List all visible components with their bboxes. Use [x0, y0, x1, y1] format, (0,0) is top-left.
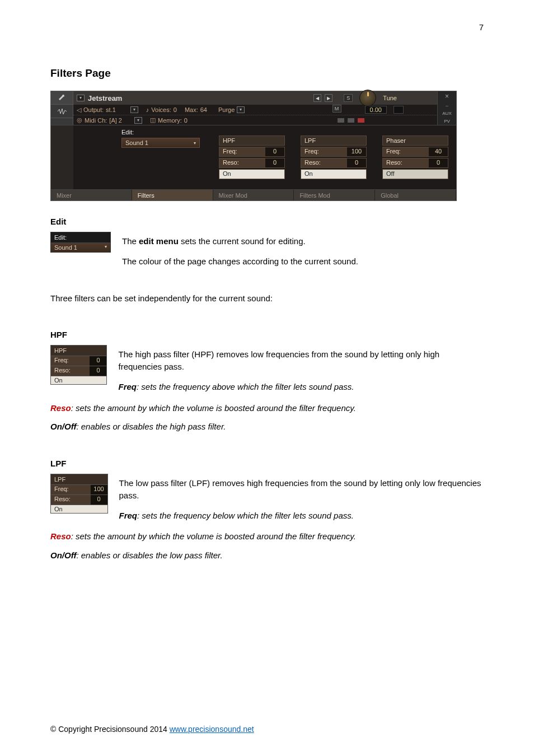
waveform-icon[interactable]	[51, 105, 73, 118]
dropdown-icon[interactable]: ▾	[134, 117, 142, 124]
lpf-freq-row[interactable]: Freq: 100	[301, 147, 367, 157]
phaser-reso-value[interactable]: 0	[429, 158, 448, 167]
prev-button[interactable]: ◀	[313, 94, 321, 102]
hpf-freq-row[interactable]: Freq: 0	[219, 147, 285, 157]
header-main: ▾ Jetstream ◀ ▶ S Tune ◁ Output: st.1 ▾	[73, 91, 437, 125]
lpf-freq-label: Freq:	[301, 147, 347, 156]
mute-button[interactable]: M	[332, 105, 341, 113]
tune-value[interactable]: 0.00	[365, 106, 387, 114]
mini-lpf-panel: LPF Freq: 100 Reso: 0 On	[50, 474, 108, 514]
body-main: Edit: Sound 1 ▾ Sound 1 HPF Freq: 0 Reso…	[73, 125, 456, 189]
mini-hpf-reso-value[interactable]: 0	[90, 366, 106, 376]
onoff-label: On/Off	[50, 422, 76, 431]
mini-hpf-reso-row[interactable]: Reso: 0	[51, 366, 106, 376]
lpf-text-block: The low pass filter (LPF) removes high f…	[119, 474, 484, 525]
phaser-state-label: Off	[383, 170, 448, 179]
phaser-freq-label: Freq:	[383, 147, 429, 156]
mini-lpf-freq-row[interactable]: Freq: 100	[51, 485, 107, 495]
hpf-reso-label: Reso:	[219, 158, 265, 167]
phaser-state-toggle[interactable]: Off	[382, 169, 448, 179]
memory-value: 0	[184, 117, 188, 124]
hpf-freq-text: : sets the frequency above which the fil…	[137, 382, 354, 391]
three-filters-text: Three filters can be set independently f…	[50, 292, 484, 305]
lpf-state-toggle[interactable]: On	[301, 169, 367, 179]
panel-body: Edit: Sound 1 ▾ Sound 1 HPF Freq: 0 Reso…	[51, 125, 456, 189]
mini-hpf-freq-value[interactable]: 0	[90, 356, 106, 366]
lpf-heading: LPF	[50, 459, 484, 468]
phaser-freq-value[interactable]: 40	[429, 147, 448, 156]
tab-filters[interactable]: Filters	[132, 190, 213, 200]
phaser-freq-row[interactable]: Freq: 40	[382, 147, 448, 157]
next-button[interactable]: ▶	[325, 94, 332, 102]
dropdown-icon[interactable]: ▾	[77, 95, 85, 101]
edit-text-block: The edit menu sets the current sound for…	[122, 232, 358, 271]
wrench-icon[interactable]	[51, 91, 73, 105]
tabs-row: Mixer Filters Mixer Mod Filters Mod Glob…	[51, 189, 456, 200]
snapshot-icon[interactable]	[394, 106, 404, 114]
minimize-icon[interactable]: –	[446, 103, 448, 108]
body-left-spacer	[51, 125, 73, 189]
tab-global[interactable]: Global	[375, 190, 456, 200]
edit-colour-text: The colour of the page changes according…	[122, 255, 358, 268]
mini-lpf-title: LPF	[51, 474, 107, 485]
copyright-text: © Copyright Precisionsound 2014	[50, 725, 170, 734]
mini-lpf-reso-row[interactable]: Reso: 0	[51, 495, 107, 505]
mini-lpf-reso-label: Reso:	[51, 495, 91, 505]
sound-dropdown[interactable]: Sound 1 ▾	[121, 138, 200, 148]
edit-menu-bold: edit menu	[139, 236, 179, 246]
lpf-onoff-text: : enables or disables the low pass filte…	[76, 550, 222, 560]
mini-hpf-reso-label: Reso:	[51, 366, 90, 376]
mini-edit-dropdown[interactable]: Sound 1 ▾	[51, 242, 110, 252]
hpf-freq-label: Freq:	[219, 147, 265, 156]
edit-label: Edit:	[121, 129, 451, 136]
close-icon[interactable]: ×	[445, 92, 449, 100]
mini-edit-label: Edit:	[51, 232, 110, 242]
phaser-title: Phaser	[382, 136, 448, 146]
reso-text: : sets the amount by which the volume is…	[71, 403, 356, 413]
dropdown-icon[interactable]: ▾	[130, 106, 138, 113]
mini-edit-panel: Edit: Sound 1 ▾	[50, 232, 111, 253]
lpf-reso-value[interactable]: 0	[347, 158, 366, 167]
lpf-reso-row[interactable]: Reso: 0	[301, 158, 367, 168]
phaser-reso-row[interactable]: Reso: 0	[382, 158, 448, 168]
hpf-heading: HPF	[50, 330, 484, 339]
solo-button[interactable]: S	[344, 94, 353, 102]
lpf-freq-value[interactable]: 100	[347, 147, 366, 156]
aux-label[interactable]: AUX	[442, 111, 451, 116]
memory-label: Memory:	[158, 117, 182, 124]
mini-lpf-state[interactable]: On	[51, 505, 107, 513]
tab-filters-mod[interactable]: Filters Mod	[294, 190, 375, 200]
tab-mixer[interactable]: Mixer	[51, 190, 132, 200]
phaser-reso-label: Reso:	[383, 158, 429, 167]
hpf-column: HPF Freq: 0 Reso: 0 On	[219, 136, 285, 179]
hpf-onoff-text: : enables or disables the high pass filt…	[76, 422, 226, 431]
lpf-title: LPF	[301, 136, 367, 146]
hpf-reso-row[interactable]: Reso: 0	[219, 158, 285, 168]
freq-label: Freq	[119, 511, 138, 520]
tab-mixer-mod[interactable]: Mixer Mod	[213, 190, 294, 200]
footer-link[interactable]: www.precisionsound.net	[170, 725, 254, 734]
pv-label[interactable]: PV	[444, 119, 450, 124]
sound-value: Sound 1	[125, 139, 148, 146]
mini-edit-value: Sound 1	[54, 244, 77, 251]
midi-value[interactable]: [A] 2	[109, 117, 122, 124]
output-value[interactable]: st.1	[106, 106, 116, 113]
freq-label: Freq	[118, 382, 137, 391]
mini-hpf-freq-row[interactable]: Freq: 0	[51, 356, 106, 366]
hpf-state-toggle[interactable]: On	[219, 169, 285, 179]
title-row: ▾ Jetstream ◀ ▶ S Tune	[73, 91, 437, 105]
voices-value: 0	[174, 106, 177, 113]
hpf-freq-value[interactable]: 0	[265, 147, 284, 156]
mini-hpf-title: HPF	[51, 346, 106, 356]
max-value[interactable]: 64	[200, 106, 207, 113]
dropdown-icon[interactable]: ▾	[237, 106, 245, 113]
mini-hpf-state[interactable]: On	[51, 376, 106, 384]
lpf-freq-text: : sets the frequency below which the fil…	[137, 511, 354, 520]
midi-row: ◎ Midi Ch: [A] 2 ▾ ◫ Memory: 0	[73, 115, 437, 125]
hpf-reso-value[interactable]: 0	[265, 158, 284, 167]
volume-knob[interactable]	[359, 90, 376, 106]
mini-lpf-freq-value[interactable]: 100	[91, 485, 107, 494]
mini-lpf-reso-value[interactable]: 0	[91, 495, 107, 505]
tune-section: Tune	[383, 95, 397, 101]
tune-label: Tune	[383, 95, 397, 101]
